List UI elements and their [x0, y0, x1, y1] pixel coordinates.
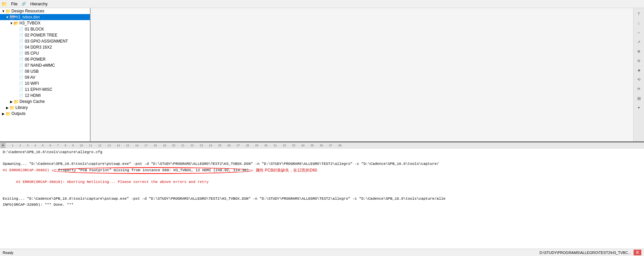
- tree-node-page-12[interactable]: 📄 12 HDMI: [0, 92, 90, 99]
- hierarchy-menu[interactable]: Hierarchy: [29, 1, 49, 7]
- status-right: D:\STUDY\PROGRAMS\ALLEGRO\TEST2\H3_TVBC.…: [539, 250, 641, 255]
- tool-btn-7[interactable]: ◈: [635, 66, 643, 74]
- page-icon-12: 📄: [19, 93, 24, 98]
- page-05-label: 05 CPU: [25, 51, 39, 56]
- right-toolbar: ⤒ ↕ ↔ ↗ ⊕ ⊖ ◈ ⟲ ⟳ ▤ ✦: [633, 8, 644, 141]
- page-icon-03: 📄: [19, 39, 24, 44]
- page-icon-11: 📄: [19, 87, 24, 92]
- folder-icon-design-cache: 📁: [13, 99, 19, 104]
- toggle-dsn[interactable]: ▼: [5, 15, 9, 19]
- page-03-label: 03 GPIO ASSIGNMENT: [25, 39, 68, 44]
- tree-node-page-05[interactable]: 📄 05 CPU: [0, 50, 90, 56]
- tree-node-page-09[interactable]: 📄 09 AV: [0, 74, 90, 80]
- tree-node-h3tvbox[interactable]: ▼ 📂 H3_TVBOX: [0, 20, 90, 26]
- page-icon-05: 📄: [19, 51, 24, 56]
- log-spawning: Spawning... "D:\Cadence\SPB_16.6\tools\c…: [3, 162, 641, 167]
- ruler-close-button[interactable]: ✕: [1, 143, 5, 148]
- dsn-file-label: h3_tvbox.dsn: [16, 15, 40, 19]
- content-area: [91, 8, 633, 141]
- page-07-label: 07 NAND-eMMC: [25, 63, 55, 68]
- page-icon-01: 📄: [19, 27, 24, 31]
- log-error-1-prefix: #1 ERROR(ORCAP-36002): [3, 168, 49, 173]
- tree-node-outputs[interactable]: ▶ 📁 Outputs: [0, 111, 90, 117]
- page-icon-06: 📄: [19, 57, 24, 62]
- main-toolbar: 📁 File 🔗 Hierarchy: [0, 0, 644, 8]
- tool-btn-10[interactable]: ▤: [635, 94, 643, 103]
- toggle-outputs[interactable]: ▶: [1, 112, 5, 116]
- log-blank-1: [3, 155, 641, 161]
- page-icon-02: 📄: [19, 33, 24, 38]
- folder-icon-outputs: 📁: [5, 111, 11, 116]
- page-icon-08: 📄: [19, 69, 24, 74]
- page-01-label: 01 BLOCK: [25, 27, 44, 31]
- outputs-label: Outputs: [11, 111, 25, 116]
- toggle-library[interactable]: ▶: [5, 106, 9, 110]
- tree-node-design-resources[interactable]: ▼ 📁 Design Resources: [0, 8, 90, 14]
- page-09-label: 09 AV: [25, 75, 35, 80]
- tool-btn-4[interactable]: ↗: [635, 38, 643, 46]
- toggle-h3tvbox[interactable]: ▼: [9, 21, 13, 25]
- log-output: D:\Cadence\SPB_16.6\tools\capture\allegr…: [0, 148, 644, 249]
- log-cfg-path: D:\Cadence\SPB_16.6\tools\capture\allegr…: [3, 150, 641, 155]
- page-12-label: 12 HDMI: [25, 93, 41, 98]
- page-10-label: 10 WIFI: [25, 81, 39, 86]
- log-info: INFO(ORCAP-32005): *** Done. ***: [3, 202, 641, 207]
- hierarchy-icon: 🔗: [21, 2, 26, 6]
- tree-node-page-06[interactable]: 📄 06 POWER: [0, 56, 90, 62]
- design-resources-label: Design Resources: [11, 9, 44, 13]
- page-icon-04: 📄: [19, 45, 24, 50]
- page-02-label: 02 POWER TREE: [25, 33, 57, 38]
- bottom-ruler: ✕ · · · 1 · · · 2 · · · 3 · · · 4 · · · …: [0, 142, 644, 148]
- tree-node-page-11[interactable]: 📄 11 EPHY-MISC: [0, 86, 90, 92]
- page-11-label: 11 EPHY-MISC: [25, 87, 52, 92]
- tool-btn-9[interactable]: ⟳: [635, 84, 643, 93]
- toggle-design-resources[interactable]: ▼: [1, 9, 5, 13]
- lang-button[interactable]: 英: [634, 250, 641, 255]
- main-area: ▼ 📁 Design Resources ▼ DSN h3_tvbox.dsn …: [0, 8, 644, 141]
- library-label: Library: [15, 105, 28, 110]
- page-08-label: 08 USB: [25, 69, 39, 74]
- folder-icon-design-resources: 📁: [5, 9, 11, 13]
- tool-btn-8[interactable]: ⟲: [635, 75, 643, 84]
- status-ready: Ready: [3, 251, 13, 255]
- tree-node-page-08[interactable]: 📄 08 USB: [0, 68, 90, 74]
- tree-node-design-cache[interactable]: ▶ 📁 Design Cache: [0, 99, 90, 105]
- tree-panel: ▼ 📁 Design Resources ▼ DSN h3_tvbox.dsn …: [0, 8, 91, 141]
- dsn-icon: DSN: [9, 15, 15, 19]
- bottom-panel: ✕ · · · 1 · · · 2 · · · 3 · · · 4 · · · …: [0, 141, 644, 249]
- log-blank-2: [3, 191, 641, 196]
- folder-icon: 📁: [1, 1, 7, 7]
- tree-node-page-07[interactable]: 📄 07 NAND-eMMC: [0, 62, 90, 68]
- tool-btn-1[interactable]: ⤒: [635, 9, 643, 18]
- tool-btn-3[interactable]: ↔: [635, 28, 643, 37]
- tree-node-library[interactable]: ▶ 📁 Library: [0, 105, 90, 111]
- page-icon-09: 📄: [19, 75, 24, 80]
- status-bar: Ready D:\STUDY\PROGRAMS\ALLEGRO\TEST2\H3…: [0, 249, 644, 256]
- ruler-marks: · · · 1 · · · 2 · · · 3 · · · 4 · · · 5 …: [5, 144, 644, 147]
- tool-btn-6[interactable]: ⊖: [635, 56, 643, 65]
- log-error-1: #1 ERROR(ORCAP-36002): Property "PCB Foo…: [3, 167, 641, 174]
- design-cache-label: Design Cache: [19, 99, 45, 104]
- tree-node-page-01[interactable]: 📄 01 BLOCK: [0, 26, 90, 32]
- tree-node-page-03[interactable]: 📄 03 GPIO ASSIGNMENT: [0, 38, 90, 44]
- tree-node-page-02[interactable]: 📄 02 POWER TREE: [0, 32, 90, 38]
- tool-btn-2[interactable]: ↕: [635, 19, 643, 27]
- log-exiting: Exiting... "D:\Cadence\SPB_16.6\tools\ca…: [3, 196, 641, 201]
- page-06-label: 06 POWER: [25, 57, 46, 62]
- folder-icon-library: 📁: [9, 105, 15, 110]
- page-icon-10: 📄: [19, 81, 24, 86]
- tool-btn-5[interactable]: ⊕: [635, 47, 643, 56]
- file-menu[interactable]: File: [10, 1, 19, 7]
- log-error-2-text: #2 ERROR(ORCAP-36018): Aborting Netlisti…: [16, 180, 209, 184]
- status-path: D:\STUDY\PROGRAMS\ALLEGRO\TEST2\H3_TVBC.…: [539, 251, 631, 255]
- toggle-design-cache[interactable]: ▶: [9, 100, 13, 104]
- tree-node-page-10[interactable]: 📄 10 WIFI: [0, 80, 90, 86]
- tree-node-page-04[interactable]: 📄 04 DDR3 16X2: [0, 44, 90, 50]
- log-error-1-oval: : Property "PCB Footprint" missing from …: [52, 167, 253, 174]
- page-04-label: 04 DDR3 16X2: [25, 45, 52, 50]
- log-error-1-annotation: 属性 PCB封装缺失，在12页的D60: [256, 168, 317, 173]
- h3tvbox-label: H3_TVBOX: [19, 21, 41, 25]
- tree-node-dsn[interactable]: ▼ DSN h3_tvbox.dsn: [0, 14, 90, 20]
- tool-btn-11[interactable]: ✦: [635, 103, 643, 112]
- page-icon-07: 📄: [19, 63, 24, 68]
